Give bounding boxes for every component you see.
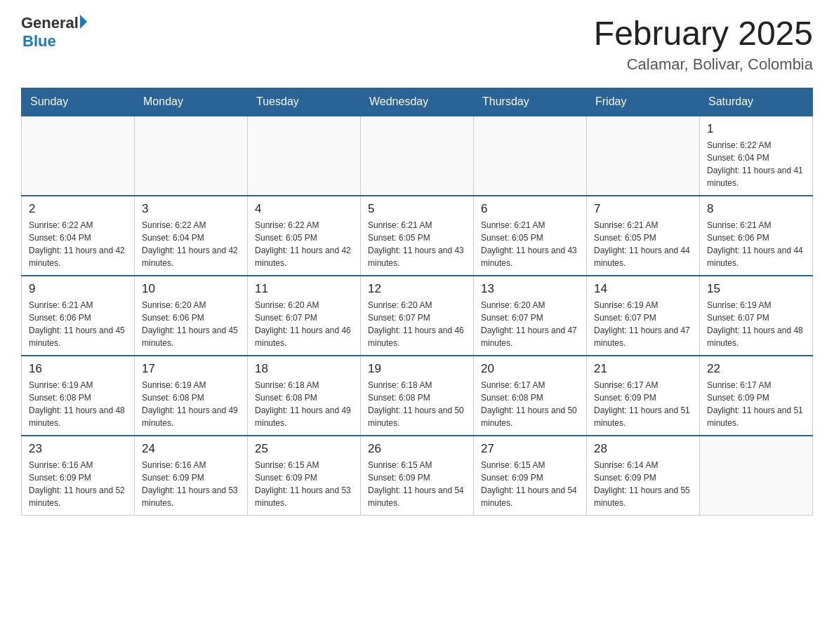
calendar-header-row: SundayMondayTuesdayWednesdayThursdayFrid… bbox=[22, 88, 813, 116]
day-number: 9 bbox=[29, 282, 127, 296]
day-number: 7 bbox=[594, 202, 692, 216]
calendar-cell: 23Sunrise: 6:16 AMSunset: 6:09 PMDayligh… bbox=[22, 436, 135, 516]
day-number: 19 bbox=[368, 362, 466, 376]
weekday-header-sunday: Sunday bbox=[22, 88, 135, 116]
day-number: 4 bbox=[255, 202, 353, 216]
day-number: 10 bbox=[142, 282, 240, 296]
day-info: Sunrise: 6:20 AMSunset: 6:07 PMDaylight:… bbox=[368, 299, 466, 349]
calendar-cell: 19Sunrise: 6:18 AMSunset: 6:08 PMDayligh… bbox=[361, 356, 474, 436]
calendar-cell: 3Sunrise: 6:22 AMSunset: 6:04 PMDaylight… bbox=[135, 196, 248, 276]
day-info: Sunrise: 6:15 AMSunset: 6:09 PMDaylight:… bbox=[481, 459, 579, 509]
calendar-cell: 27Sunrise: 6:15 AMSunset: 6:09 PMDayligh… bbox=[474, 436, 587, 516]
weekday-header-friday: Friday bbox=[587, 88, 700, 116]
day-info: Sunrise: 6:18 AMSunset: 6:08 PMDaylight:… bbox=[368, 379, 466, 429]
calendar-cell: 26Sunrise: 6:15 AMSunset: 6:09 PMDayligh… bbox=[361, 436, 474, 516]
logo-blue-text: Blue bbox=[22, 32, 87, 51]
day-info: Sunrise: 6:20 AMSunset: 6:07 PMDaylight:… bbox=[481, 299, 579, 349]
day-info: Sunrise: 6:15 AMSunset: 6:09 PMDaylight:… bbox=[368, 459, 466, 509]
day-info: Sunrise: 6:17 AMSunset: 6:09 PMDaylight:… bbox=[707, 379, 805, 429]
calendar-cell: 15Sunrise: 6:19 AMSunset: 6:07 PMDayligh… bbox=[700, 276, 813, 356]
day-info: Sunrise: 6:21 AMSunset: 6:05 PMDaylight:… bbox=[594, 219, 692, 269]
weekday-header-tuesday: Tuesday bbox=[248, 88, 361, 116]
day-number: 15 bbox=[707, 282, 805, 296]
weekday-header-monday: Monday bbox=[135, 88, 248, 116]
calendar-cell: 18Sunrise: 6:18 AMSunset: 6:08 PMDayligh… bbox=[248, 356, 361, 436]
calendar-cell: 24Sunrise: 6:16 AMSunset: 6:09 PMDayligh… bbox=[135, 436, 248, 516]
day-info: Sunrise: 6:22 AMSunset: 6:05 PMDaylight:… bbox=[255, 219, 353, 269]
calendar-cell: 2Sunrise: 6:22 AMSunset: 6:04 PMDaylight… bbox=[22, 196, 135, 276]
day-number: 6 bbox=[481, 202, 579, 216]
calendar-cell bbox=[361, 116, 474, 196]
month-title: February 2025 bbox=[594, 14, 813, 53]
day-number: 21 bbox=[594, 362, 692, 376]
title-section: February 2025 Calamar, Bolivar, Colombia bbox=[594, 14, 813, 74]
logo: General Blue bbox=[21, 14, 87, 51]
weekday-header-thursday: Thursday bbox=[474, 88, 587, 116]
day-number: 12 bbox=[368, 282, 466, 296]
day-number: 22 bbox=[707, 362, 805, 376]
calendar-cell: 14Sunrise: 6:19 AMSunset: 6:07 PMDayligh… bbox=[587, 276, 700, 356]
day-info: Sunrise: 6:21 AMSunset: 6:05 PMDaylight:… bbox=[368, 219, 466, 269]
calendar-cell: 20Sunrise: 6:17 AMSunset: 6:08 PMDayligh… bbox=[474, 356, 587, 436]
calendar-cell: 16Sunrise: 6:19 AMSunset: 6:08 PMDayligh… bbox=[22, 356, 135, 436]
calendar-table: SundayMondayTuesdayWednesdayThursdayFrid… bbox=[21, 88, 813, 516]
calendar-cell: 4Sunrise: 6:22 AMSunset: 6:05 PMDaylight… bbox=[248, 196, 361, 276]
day-number: 14 bbox=[594, 282, 692, 296]
calendar-cell: 6Sunrise: 6:21 AMSunset: 6:05 PMDaylight… bbox=[474, 196, 587, 276]
day-number: 13 bbox=[481, 282, 579, 296]
location-title: Calamar, Bolivar, Colombia bbox=[594, 55, 813, 74]
day-info: Sunrise: 6:14 AMSunset: 6:09 PMDaylight:… bbox=[594, 459, 692, 509]
day-info: Sunrise: 6:21 AMSunset: 6:05 PMDaylight:… bbox=[481, 219, 579, 269]
day-info: Sunrise: 6:20 AMSunset: 6:06 PMDaylight:… bbox=[142, 299, 240, 349]
day-number: 24 bbox=[142, 442, 240, 456]
day-number: 26 bbox=[368, 442, 466, 456]
day-number: 11 bbox=[255, 282, 353, 296]
day-number: 2 bbox=[29, 202, 127, 216]
day-info: Sunrise: 6:19 AMSunset: 6:08 PMDaylight:… bbox=[142, 379, 240, 429]
day-info: Sunrise: 6:17 AMSunset: 6:09 PMDaylight:… bbox=[594, 379, 692, 429]
day-number: 1 bbox=[707, 122, 805, 136]
page-header: General Blue February 2025 Calamar, Boli… bbox=[21, 14, 813, 74]
calendar-cell: 11Sunrise: 6:20 AMSunset: 6:07 PMDayligh… bbox=[248, 276, 361, 356]
logo-general-text: General bbox=[21, 14, 79, 32]
day-number: 3 bbox=[142, 202, 240, 216]
calendar-cell bbox=[587, 116, 700, 196]
day-info: Sunrise: 6:21 AMSunset: 6:06 PMDaylight:… bbox=[707, 219, 805, 269]
calendar-cell: 28Sunrise: 6:14 AMSunset: 6:09 PMDayligh… bbox=[587, 436, 700, 516]
day-info: Sunrise: 6:22 AMSunset: 6:04 PMDaylight:… bbox=[142, 219, 240, 269]
day-number: 23 bbox=[29, 442, 127, 456]
day-info: Sunrise: 6:22 AMSunset: 6:04 PMDaylight:… bbox=[707, 139, 805, 189]
day-info: Sunrise: 6:16 AMSunset: 6:09 PMDaylight:… bbox=[142, 459, 240, 509]
day-info: Sunrise: 6:19 AMSunset: 6:07 PMDaylight:… bbox=[707, 299, 805, 349]
day-info: Sunrise: 6:18 AMSunset: 6:08 PMDaylight:… bbox=[255, 379, 353, 429]
calendar-cell: 13Sunrise: 6:20 AMSunset: 6:07 PMDayligh… bbox=[474, 276, 587, 356]
calendar-cell: 17Sunrise: 6:19 AMSunset: 6:08 PMDayligh… bbox=[135, 356, 248, 436]
calendar-cell: 8Sunrise: 6:21 AMSunset: 6:06 PMDaylight… bbox=[700, 196, 813, 276]
day-info: Sunrise: 6:19 AMSunset: 6:07 PMDaylight:… bbox=[594, 299, 692, 349]
calendar-cell: 7Sunrise: 6:21 AMSunset: 6:05 PMDaylight… bbox=[587, 196, 700, 276]
calendar-cell: 9Sunrise: 6:21 AMSunset: 6:06 PMDaylight… bbox=[22, 276, 135, 356]
day-number: 17 bbox=[142, 362, 240, 376]
day-info: Sunrise: 6:16 AMSunset: 6:09 PMDaylight:… bbox=[29, 459, 127, 509]
day-info: Sunrise: 6:20 AMSunset: 6:07 PMDaylight:… bbox=[255, 299, 353, 349]
calendar-cell: 1Sunrise: 6:22 AMSunset: 6:04 PMDaylight… bbox=[700, 116, 813, 196]
calendar-cell bbox=[135, 116, 248, 196]
calendar-week-1: 1Sunrise: 6:22 AMSunset: 6:04 PMDaylight… bbox=[22, 116, 813, 196]
day-number: 5 bbox=[368, 202, 466, 216]
day-number: 25 bbox=[255, 442, 353, 456]
calendar-cell bbox=[474, 116, 587, 196]
weekday-header-wednesday: Wednesday bbox=[361, 88, 474, 116]
weekday-header-saturday: Saturday bbox=[700, 88, 813, 116]
day-info: Sunrise: 6:19 AMSunset: 6:08 PMDaylight:… bbox=[29, 379, 127, 429]
calendar-week-4: 16Sunrise: 6:19 AMSunset: 6:08 PMDayligh… bbox=[22, 356, 813, 436]
day-info: Sunrise: 6:22 AMSunset: 6:04 PMDaylight:… bbox=[29, 219, 127, 269]
calendar-cell: 22Sunrise: 6:17 AMSunset: 6:09 PMDayligh… bbox=[700, 356, 813, 436]
day-number: 16 bbox=[29, 362, 127, 376]
calendar-cell: 10Sunrise: 6:20 AMSunset: 6:06 PMDayligh… bbox=[135, 276, 248, 356]
day-info: Sunrise: 6:15 AMSunset: 6:09 PMDaylight:… bbox=[255, 459, 353, 509]
day-number: 8 bbox=[707, 202, 805, 216]
calendar-cell bbox=[248, 116, 361, 196]
day-number: 18 bbox=[255, 362, 353, 376]
day-number: 27 bbox=[481, 442, 579, 456]
calendar-cell: 21Sunrise: 6:17 AMSunset: 6:09 PMDayligh… bbox=[587, 356, 700, 436]
